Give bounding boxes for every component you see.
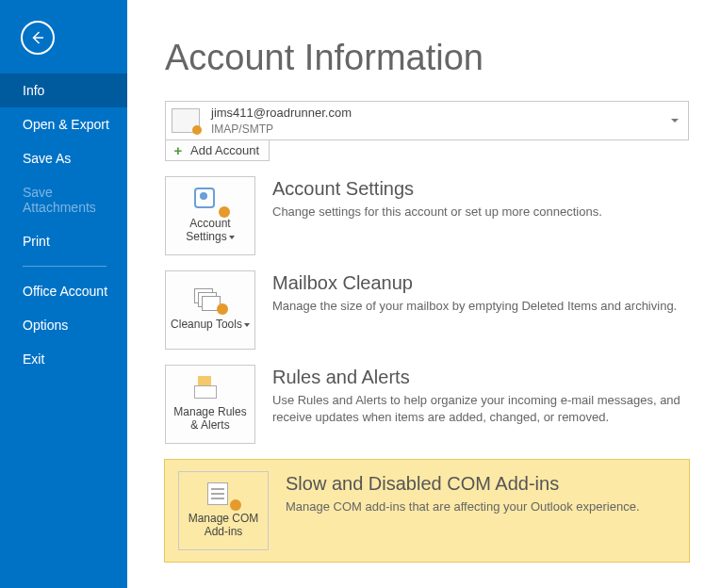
chevron-down-icon xyxy=(671,119,679,122)
section-title: Mailbox Cleanup xyxy=(272,272,693,294)
back-arrow-icon xyxy=(29,29,46,46)
add-account-button[interactable]: + Add Account xyxy=(165,139,270,161)
tile-manage-com-addins[interactable]: Manage COM Add-ins xyxy=(178,471,269,550)
page-title: Account Information xyxy=(165,38,693,78)
nav-info[interactable]: Info xyxy=(0,74,127,107)
cleanup-icon xyxy=(194,288,226,315)
account-protocol: IMAP/SMTP xyxy=(211,122,671,136)
section-account-settings: Account Settings Account Settings Change… xyxy=(165,176,693,255)
tile-label: Account Settings xyxy=(186,217,230,243)
section-title: Rules and Alerts xyxy=(272,367,693,388)
section-com-addins: Manage COM Add-ins Slow and Disabled COM… xyxy=(164,459,690,563)
chevron-down-icon xyxy=(229,236,235,239)
rules-icon xyxy=(194,376,226,402)
backstage-sidebar: Info Open & Export Save As Save Attachme… xyxy=(0,0,127,588)
add-account-label: Add Account xyxy=(190,143,259,157)
nav-office-account[interactable]: Office Account xyxy=(0,274,127,308)
account-icon xyxy=(172,108,200,133)
plus-icon: + xyxy=(172,143,185,156)
tile-label: Manage Rules & Alerts xyxy=(166,406,254,433)
section-title: Slow and Disabled COM Add-ins xyxy=(286,473,676,495)
account-text: jims411@roadrunner.com IMAP/SMTP xyxy=(211,106,671,136)
account-selector[interactable]: jims411@roadrunner.com IMAP/SMTP xyxy=(165,101,689,140)
nav-save-attachments: Save Attachments xyxy=(0,175,127,224)
tile-label: Cleanup Tools xyxy=(171,318,242,331)
section-rules-alerts: Manage Rules & Alerts Rules and Alerts U… xyxy=(165,365,693,444)
nav-separator xyxy=(23,266,107,267)
nav-save-as[interactable]: Save As xyxy=(0,141,127,175)
section-title: Account Settings xyxy=(272,178,693,200)
nav-exit[interactable]: Exit xyxy=(0,342,127,376)
tile-label: Manage COM Add-ins xyxy=(179,513,268,539)
tile-manage-rules[interactable]: Manage Rules & Alerts xyxy=(165,365,255,444)
nav-options[interactable]: Options xyxy=(0,308,127,342)
main-panel: Account Information jims411@roadrunner.c… xyxy=(127,0,721,588)
section-desc: Change settings for this account or set … xyxy=(272,204,687,220)
nav-list: Info Open & Export Save As Save Attachme… xyxy=(0,74,127,376)
section-mailbox-cleanup: Cleanup Tools Mailbox Cleanup Manage the… xyxy=(165,270,693,350)
nav-print[interactable]: Print xyxy=(0,224,127,258)
addins-icon xyxy=(207,482,239,509)
tile-cleanup-tools[interactable]: Cleanup Tools xyxy=(165,270,255,350)
back-button[interactable] xyxy=(21,21,55,55)
tile-account-settings[interactable]: Account Settings xyxy=(165,176,255,255)
chevron-down-icon xyxy=(244,323,250,327)
section-desc: Manage the size of your mailbox by empty… xyxy=(272,298,687,315)
nav-open-export[interactable]: Open & Export xyxy=(0,107,127,141)
account-email: jims411@roadrunner.com xyxy=(211,106,671,121)
section-desc: Use Rules and Alerts to help organize yo… xyxy=(272,392,687,425)
account-settings-icon xyxy=(194,188,226,214)
section-desc: Manage COM add-ins that are affecting yo… xyxy=(286,498,676,515)
